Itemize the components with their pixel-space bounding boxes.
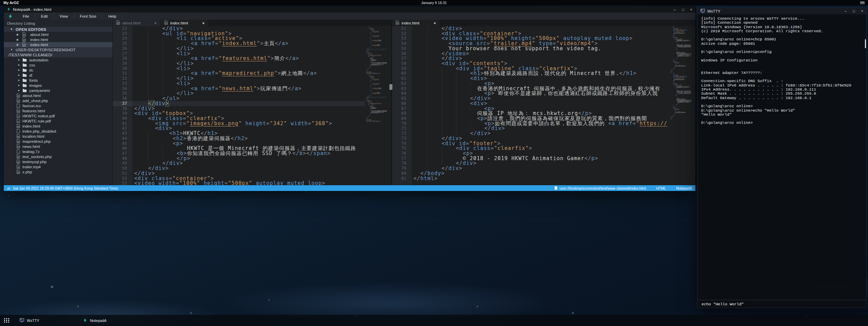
minimize-icon[interactable]: – xyxy=(845,9,847,13)
tree-file[interactable]: x.php xyxy=(4,169,112,174)
statusbar-language[interactable]: HTML xyxy=(656,186,666,190)
tree-folder[interactable]: ▸css xyxy=(4,62,112,68)
terminal-input[interactable] xyxy=(701,302,863,307)
statusbar-filepath[interactable]: user:/Desktop/screenshot/test/www cleane… xyxy=(560,186,646,190)
close-editor-icon[interactable]: × xyxy=(16,43,20,47)
chevron-right-icon[interactable]: ▸ xyxy=(17,79,21,82)
code-line[interactable]: <h1>特別為建築及鐵路而設，現代化的 Minecraft 世界.</h1> xyxy=(412,71,669,76)
code-line[interactable]: <a href="mapredirect.php">網上地圖</a> xyxy=(132,71,365,76)
tree-file[interactable]: news.html xyxy=(4,144,112,149)
code-line[interactable]: <h2>香港的建築伺服器</h2> xyxy=(132,136,365,141)
tree-folder[interactable]: ▸autostation xyxy=(4,57,112,62)
tree-file[interactable]: AHKWTC rule.pdf xyxy=(4,118,112,123)
code-line[interactable]: <h1>HKWTC</h1> xyxy=(132,131,365,136)
code-area[interactable]: </div><div class="container"><video widt… xyxy=(412,26,669,185)
splitter-handle[interactable] xyxy=(389,84,392,90)
open-editor-item[interactable]: ×index.html xyxy=(4,42,112,47)
wstty-titlebar[interactable]: WsTTY – □ × xyxy=(697,8,866,14)
editor-tab[interactable]: about.html× xyxy=(113,20,160,26)
tree-file[interactable]: about.html xyxy=(4,93,112,98)
chevron-down-icon[interactable]: ▾ xyxy=(10,28,13,31)
tree-folder[interactable]: ▸yamiyamimi xyxy=(4,88,112,93)
tree-section-workspace[interactable]: ▾USER:/DESKTOP/SCREENSHOT xyxy=(4,47,112,52)
menu-file[interactable]: File xyxy=(17,13,35,20)
code-line[interactable]: </li> xyxy=(132,46,365,51)
chevron-right-icon[interactable]: ▸ xyxy=(17,69,21,72)
code-editor[interactable]: 5152535455565758596061626364656667686970… xyxy=(392,26,695,185)
code-line[interactable]: </div> xyxy=(412,126,669,131)
chevron-right-icon[interactable]: ▸ xyxy=(17,74,21,77)
chevron-right-icon[interactable]: ▸ xyxy=(17,84,21,87)
code-line[interactable]: <div class="clearfix"> xyxy=(412,146,669,151)
terminal-scrollbar-thumb[interactable] xyxy=(865,39,866,48)
app-grid-icon[interactable] xyxy=(4,318,10,323)
tree-folder[interactable]: ▸images xyxy=(4,83,112,88)
tree-file[interactable]: trailer.mp4 xyxy=(4,164,112,169)
code-line[interactable]: <a href="index.html">主頁</a> xyxy=(132,41,365,46)
code-line[interactable]: <a href="news.html">玩家傳送門</a> xyxy=(132,86,365,91)
hamburger-menu-icon[interactable] xyxy=(860,1,865,4)
close-editor-icon[interactable]: × xyxy=(16,33,20,37)
code-area[interactable]: </div><ul id="navigation"><li class="act… xyxy=(132,26,365,185)
code-line[interactable]: <p>如有問題或需要申請白名單，歡迎加入我們的 <a href="https:/… xyxy=(412,121,669,126)
tree-file[interactable]: location.html xyxy=(4,134,112,139)
code-line[interactable]: </html> xyxy=(412,176,669,181)
tree-folder[interactable]: ▸dc xyxy=(4,68,112,73)
tree-file[interactable]: index.html xyxy=(4,123,112,129)
tab-close-icon[interactable]: × xyxy=(202,21,205,25)
menu-view[interactable]: View xyxy=(54,13,74,20)
code-line[interactable]: </div> xyxy=(412,166,669,171)
code-line[interactable]: <div id="footer"> xyxy=(412,141,669,146)
code-line[interactable]: <b>你知道我們全線伺服器已轉用 SSD 了嗎？</b></span> xyxy=(132,151,365,156)
close-editor-icon[interactable]: × xyxy=(16,38,20,42)
minimap[interactable]: </div><div class="container"><video widt… xyxy=(669,26,691,185)
maximize-icon[interactable]: □ xyxy=(682,8,684,12)
tree-file[interactable]: AHKWTC notice.pdf xyxy=(4,113,112,118)
notepada-titlebar[interactable]: NotepadA - index.html – □ × xyxy=(4,6,695,13)
code-line[interactable]: </body> xyxy=(412,171,669,176)
tree-file[interactable]: testmysql.php xyxy=(4,159,112,164)
tree-file[interactable]: teabag.7z xyxy=(4,149,112,154)
open-editor-item[interactable]: ×index.html xyxy=(4,37,112,42)
code-line[interactable]: </div> xyxy=(132,166,365,171)
code-line[interactable]: <a href="features.html">簡介</a> xyxy=(132,56,365,61)
tree-file[interactable]: favicon.ico xyxy=(4,103,112,108)
code-line[interactable]: </div> xyxy=(132,101,365,106)
code-line[interactable]: <div> xyxy=(412,101,669,106)
chevron-right-icon[interactable]: ▸ xyxy=(17,63,21,66)
minimize-icon[interactable]: – xyxy=(674,8,676,12)
open-editor-item[interactable]: ×about.html xyxy=(4,32,112,37)
menu-font-size[interactable]: Font Size xyxy=(74,13,103,20)
code-line[interactable]: <video width="100%" height="500px" autop… xyxy=(366,120,387,122)
code-line[interactable]: <p> 即使你不是建築師，你也能透過紅石師或鐵路工程師的身份加入我 xyxy=(412,91,669,96)
code-line[interactable]: <video width="100%" height="500px" autop… xyxy=(132,181,365,185)
menu-edit[interactable]: Edit xyxy=(35,13,54,20)
code-line[interactable]: <div> xyxy=(132,126,365,131)
editor-tab[interactable]: index.html× xyxy=(392,20,440,26)
code-line[interactable]: </li> xyxy=(132,61,365,66)
code-editor[interactable]: 2223242526272829303132333435363738394041… xyxy=(113,26,391,185)
tree-folder[interactable]: ▸fonts xyxy=(4,78,112,83)
close-icon[interactable]: × xyxy=(690,8,692,12)
code-line[interactable]: © 2018 - 2019 HKWTC Animation Gamer</p> xyxy=(412,156,669,161)
system-menu-label[interactable]: My ArOZ xyxy=(3,1,19,5)
taskbar-item-wstty[interactable]: WsTTY xyxy=(20,318,39,323)
tree-section-workspace-line2[interactable]: /TEST/WWW CLEANED/ xyxy=(4,52,112,57)
tree-file[interactable]: test_sockets.php xyxy=(4,154,112,159)
tree-file[interactable]: add_vhost.php xyxy=(4,98,112,103)
code-line[interactable]: </html> xyxy=(670,117,691,119)
code-line[interactable]: <ul id="navigation"> xyxy=(132,31,365,36)
tree-file[interactable]: mapredirect.php xyxy=(4,139,112,144)
menu-help[interactable]: Help xyxy=(103,13,123,20)
chevron-right-icon[interactable]: ▸ xyxy=(17,58,21,61)
minimap[interactable]: </div><ul id="navigation"><li class="act… xyxy=(365,26,387,185)
tree-folder[interactable]: ▸dl xyxy=(4,73,112,78)
tab-close-icon[interactable]: × xyxy=(155,21,157,25)
tab-close-icon[interactable]: × xyxy=(434,21,436,25)
code-line[interactable]: <div> xyxy=(412,76,669,81)
editor-scrollbar[interactable] xyxy=(387,26,391,185)
code-line[interactable]: </div> xyxy=(412,96,669,101)
editor-scrollbar[interactable] xyxy=(691,26,695,185)
tree-file[interactable]: features.html xyxy=(4,108,112,113)
terminal-output[interactable]: [info] Conencting to arozos WsTTY servic… xyxy=(697,14,866,300)
